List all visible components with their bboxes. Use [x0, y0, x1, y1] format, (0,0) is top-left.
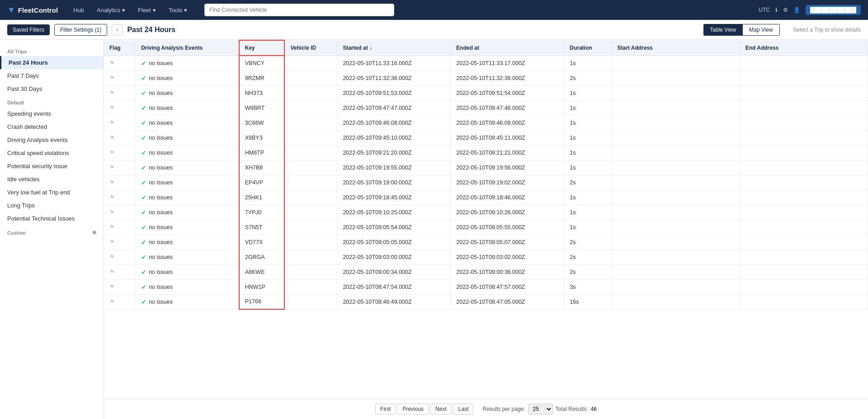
cell-vehicle-id — [284, 279, 337, 294]
sidebar-item-speeding-events[interactable]: Speeding events — [0, 107, 104, 120]
cell-start-address — [612, 175, 740, 190]
cell-start-address — [612, 279, 740, 294]
cell-flag: ⚑ — [104, 220, 136, 235]
sidebar-item-potential-security-issue[interactable]: Potential security issue — [0, 160, 104, 173]
user-badge[interactable]: ████████████ — [806, 5, 861, 15]
settings-icon[interactable]: ⚙ — [783, 7, 788, 13]
sidebar-item-very-low-fuel[interactable]: Very low fuel at Trip end — [0, 186, 104, 199]
results-per-page-label: Results per page: 102550100 Total Result… — [482, 404, 596, 414]
sidebar-item-crash-detected[interactable]: Crash detected — [0, 120, 104, 133]
cell-vehicle-id — [284, 130, 337, 145]
cell-started-at: 2022-05-10T09:19:55.000Z — [337, 160, 451, 175]
sub-header: Saved Filters Filter Settings (1) ‹ Past… — [0, 20, 868, 40]
sidebar-item-potential-technical-issues[interactable]: Potential Technical Issues — [0, 212, 104, 225]
table-container[interactable]: Flag Driving Analysis Events Key Vehicle… — [104, 40, 868, 399]
cell-start-address — [612, 130, 740, 145]
cell-vehicle-id — [284, 145, 337, 160]
sidebar-item-past-30-days[interactable]: Past 30 Days — [0, 82, 104, 95]
next-page-button[interactable]: Next — [430, 404, 452, 414]
per-page-select[interactable]: 102550100 — [528, 404, 553, 414]
content-area: Flag Driving Analysis Events Key Vehicle… — [104, 40, 868, 419]
map-view-button[interactable]: Map View — [742, 24, 779, 36]
flag-icon: ⚑ — [109, 194, 115, 201]
cell-start-address — [612, 145, 740, 160]
table-row[interactable]: ⚑✔no issuesA8KWE2022-05-10T09:00:34.000Z… — [104, 264, 868, 279]
check-icon: ✔ — [141, 164, 146, 171]
cell-driving-analysis: ✔no issues — [136, 71, 239, 85]
check-icon: ✔ — [141, 89, 146, 97]
col-header-duration: Duration — [564, 40, 612, 56]
sidebar-item-long-trips[interactable]: Long Trips — [0, 199, 104, 212]
table-view-button[interactable]: Table View — [703, 24, 742, 36]
sidebar-collapse-button[interactable]: ‹ — [112, 24, 123, 35]
cell-vehicle-id — [284, 190, 337, 205]
table-row[interactable]: ⚑✔no issuesVBNCY2022-05-10T11:33:16.000Z… — [104, 56, 868, 71]
nav-tools[interactable]: Tools ▾ — [164, 7, 192, 14]
table-row[interactable]: ⚑✔no issuesX9BY32022-05-10T09:45:10.000Z… — [104, 130, 868, 145]
sidebar-item-critical-speed-violations[interactable]: Critical speed violations — [0, 146, 104, 160]
sidebar-item-past-7-days[interactable]: Past 7 Days — [0, 69, 104, 82]
sidebar-item-driving-analysis-events[interactable]: Driving Analysis events — [0, 133, 104, 146]
cell-end-address — [740, 205, 868, 220]
check-icon: ✔ — [141, 134, 146, 141]
cell-start-address — [612, 220, 740, 235]
filter-settings-button[interactable]: Filter Settings (1) — [54, 24, 107, 36]
check-icon: ✔ — [141, 254, 146, 261]
cell-flag: ⚑ — [104, 279, 136, 294]
sidebar-item-idle-vehicles[interactable]: Idle vehicles — [0, 173, 104, 186]
table-row[interactable]: ⚑✔no issues2GRGA2022-05-10T09:03:00.000Z… — [104, 250, 868, 264]
cell-key: 25HK1 — [239, 190, 285, 205]
table-row[interactable]: ⚑✔no issuesXH7B82022-05-10T09:19:55.000Z… — [104, 160, 868, 175]
check-icon: ✔ — [141, 75, 146, 82]
cell-key: NH373 — [239, 85, 285, 100]
cell-end-address — [740, 250, 868, 264]
col-header-end-address: End Address — [740, 40, 868, 56]
main-layout: All Trips Past 24 Hours Past 7 Days Past… — [0, 40, 868, 419]
first-page-button[interactable]: First — [375, 404, 396, 414]
driving-analysis-text: no issues — [149, 254, 173, 260]
table-row[interactable]: ⚑✔no issuesW8BRT2022-05-10T09:47:47.000Z… — [104, 100, 868, 115]
table-row[interactable]: ⚑✔no issuesP17682022-05-10T08:46:49.000Z… — [104, 294, 868, 309]
cell-key: VD77X — [239, 235, 285, 250]
check-icon: ✔ — [141, 224, 146, 231]
cell-ended-at: 2022-05-10T09:45:11.000Z — [451, 130, 564, 145]
sidebar-item-past-24-hours[interactable]: Past 24 Hours — [0, 56, 104, 69]
cell-vehicle-id — [284, 205, 337, 220]
last-page-button[interactable]: Last — [453, 404, 474, 414]
search-input[interactable] — [204, 4, 394, 16]
sidebar: All Trips Past 24 Hours Past 7 Days Past… — [0, 40, 104, 419]
cell-start-address — [612, 205, 740, 220]
table-row[interactable]: ⚑✔no issues9RZMR2022-05-10T11:32:36.000Z… — [104, 71, 868, 85]
table-row[interactable]: ⚑✔no issues25HK12022-05-10T09:18:45.000Z… — [104, 190, 868, 205]
cell-driving-analysis: ✔no issues — [136, 190, 239, 205]
search-container — [204, 4, 394, 16]
table-row[interactable]: ⚑✔no issues3C66W2022-05-10T09:46:08.000Z… — [104, 115, 868, 130]
cell-started-at: 2022-05-10T09:19:00.000Z — [337, 175, 451, 190]
table-row[interactable]: ⚑✔no issuesHM6TP2022-05-10T09:21:20.000Z… — [104, 145, 868, 160]
saved-filters-button[interactable]: Saved Filters — [7, 24, 50, 35]
cell-ended-at: 2022-05-10T11:33:17.000Z — [451, 56, 564, 71]
help-icon[interactable]: ℹ — [775, 7, 778, 13]
col-header-started-at[interactable]: Started at ↓ — [337, 40, 451, 56]
table-row[interactable]: ⚑✔no issuesS7N5T2022-05-10T09:05:54.000Z… — [104, 220, 868, 235]
user-icon[interactable]: 👤 — [793, 7, 800, 13]
cell-duration: 3s — [564, 279, 612, 294]
nav-fleet[interactable]: Fleet ▾ — [133, 7, 160, 14]
cell-started-at: 2022-05-10T09:10:25.000Z — [337, 205, 451, 220]
custom-add-button[interactable]: ⊕ — [92, 230, 96, 235]
check-icon: ✔ — [141, 179, 146, 186]
brand-logo[interactable]: ▼ FleetControl — [7, 5, 58, 15]
previous-page-button[interactable]: Previous — [397, 404, 429, 414]
col-header-ended-at: Ended at — [451, 40, 564, 56]
driving-analysis-text: no issues — [149, 179, 173, 186]
table-row[interactable]: ⚑✔no issuesNH3732022-05-10T09:51:53.000Z… — [104, 85, 868, 100]
check-icon: ✔ — [141, 104, 146, 112]
table-row[interactable]: ⚑✔no issuesHNW1P2022-05-10T08:47:54.000Z… — [104, 279, 868, 294]
nav-analytics[interactable]: Analytics ▾ — [92, 7, 130, 14]
cell-started-at: 2022-05-10T08:47:54.000Z — [337, 279, 451, 294]
table-row[interactable]: ⚑✔no issuesVD77X2022-05-10T09:05:05.000Z… — [104, 235, 868, 250]
cell-started-at: 2022-05-10T09:05:05.000Z — [337, 235, 451, 250]
table-row[interactable]: ⚑✔no issuesEP4VP2022-05-10T09:19:00.000Z… — [104, 175, 868, 190]
table-row[interactable]: ⚑✔no issues7YPJ02022-05-10T09:10:25.000Z… — [104, 205, 868, 220]
nav-hub[interactable]: Hub — [69, 7, 89, 14]
